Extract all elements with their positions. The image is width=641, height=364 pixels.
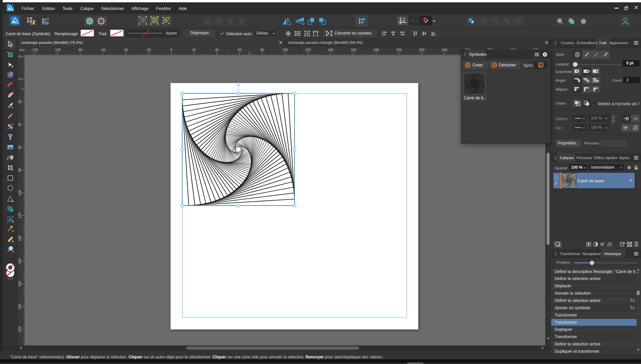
svg-text:A: A xyxy=(9,217,12,222)
svg-text:200: 200 xyxy=(396,48,402,52)
svg-text:0: 0 xyxy=(170,48,172,52)
svg-text:160: 160 xyxy=(351,48,356,52)
svg-text:120: 120 xyxy=(305,48,311,52)
svg-text:180: 180 xyxy=(373,48,379,52)
svg-text:100: 100 xyxy=(18,190,22,196)
svg-text:60: 60 xyxy=(18,145,22,149)
svg-text:220: 220 xyxy=(419,48,425,52)
svg-text:200: 200 xyxy=(18,304,22,309)
svg-text:140: 140 xyxy=(18,235,22,241)
svg-text:240: 240 xyxy=(442,48,448,52)
svg-text:20: 20 xyxy=(18,100,22,104)
svg-text:-100: -100 xyxy=(54,48,61,52)
svg-text:80: 80 xyxy=(18,168,22,172)
svg-text:20: 20 xyxy=(192,48,196,52)
svg-text:140: 140 xyxy=(328,48,333,52)
svg-text:0: 0 xyxy=(18,78,22,80)
svg-text:180: 180 xyxy=(18,281,22,287)
svg-text:160: 160 xyxy=(18,258,22,264)
svg-text:80: 80 xyxy=(260,48,264,52)
svg-text:-20: -20 xyxy=(146,48,151,52)
svg-text:-60: -60 xyxy=(100,48,105,52)
svg-text:-80: -80 xyxy=(78,48,83,52)
svg-text:60: 60 xyxy=(238,48,242,52)
svg-text:-20: -20 xyxy=(18,55,22,59)
svg-text:40: 40 xyxy=(18,123,22,127)
svg-text:100: 100 xyxy=(282,48,288,52)
svg-text:120: 120 xyxy=(18,213,22,218)
svg-text:-120: -120 xyxy=(31,48,38,52)
svg-text:220: 220 xyxy=(18,326,22,332)
svg-text:-40: -40 xyxy=(123,48,128,52)
svg-text:40: 40 xyxy=(215,48,219,52)
